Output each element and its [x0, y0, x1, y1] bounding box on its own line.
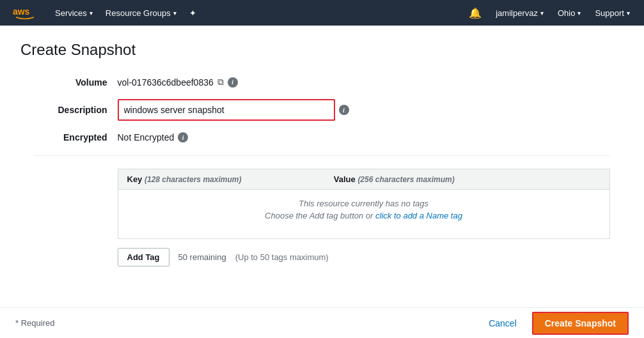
section-divider	[35, 155, 610, 156]
region-label: Ohio	[558, 8, 575, 18]
services-chevron-icon: ▾	[90, 10, 93, 17]
support-chevron-icon: ▾	[627, 10, 630, 17]
no-tags-row: This resource currently has no tags Choo…	[118, 190, 609, 239]
page-title: Create Snapshot	[20, 41, 624, 59]
resource-groups-chevron-icon: ▾	[173, 10, 177, 17]
required-label: * Required	[15, 318, 54, 328]
encrypted-info-icon[interactable]: i	[178, 132, 188, 142]
volume-id: vol-017636c6dbeef0836	[118, 77, 214, 88]
no-tags-message: This resource currently has no tags Choo…	[118, 190, 609, 239]
volume-row: Volume vol-017636c6dbeef0836 ⧉ i	[35, 77, 610, 88]
add-tag-row: Add Tag 50 remaining (Up to 50 tags maxi…	[118, 248, 610, 266]
region-chevron-icon: ▾	[577, 10, 581, 17]
nav-right-section: 🔔 jamilpervaz ▾ Ohio ▾ Support ▾	[462, 0, 636, 26]
volume-info-icon[interactable]: i	[228, 77, 238, 88]
description-label: Description	[35, 105, 118, 115]
aws-logo[interactable]: aws	[8, 1, 42, 24]
encrypted-value: Not Encrypted	[118, 132, 175, 142]
description-value-group: i	[118, 99, 349, 121]
encrypted-row: Encrypted Not Encrypted i	[35, 132, 610, 142]
volume-value-group: vol-017636c6dbeef0836 ⧉ i	[118, 77, 238, 88]
description-info-icon[interactable]: i	[339, 105, 349, 115]
user-chevron-icon: ▾	[540, 10, 544, 17]
tags-section: Key (128 characters maximum) Value (256 …	[118, 169, 610, 266]
no-tags-text: This resource currently has no tags	[127, 199, 601, 208]
region-menu[interactable]: Ohio ▾	[551, 0, 587, 26]
services-label: Services	[55, 8, 87, 18]
svg-text:aws: aws	[13, 6, 30, 17]
main-content: Create Snapshot Volume vol-017636c6dbeef…	[0, 26, 644, 338]
tags-remaining: 50 remaining	[178, 252, 226, 262]
volume-label: Volume	[35, 77, 118, 88]
add-name-tag-link[interactable]: click to add a Name tag	[375, 211, 462, 220]
footer-actions: Cancel Create Snapshot	[481, 312, 629, 335]
key-header: Key (128 characters maximum)	[118, 169, 325, 190]
description-input[interactable]	[118, 99, 335, 121]
user-menu[interactable]: jamilpervaz ▾	[489, 0, 550, 26]
add-name-tag-hint: Choose the Add tag button or click to ad…	[127, 208, 601, 229]
cancel-button[interactable]: Cancel	[481, 314, 524, 332]
resource-groups-menu[interactable]: Resource Groups ▾	[99, 0, 183, 26]
tags-max: (Up to 50 tags maximum)	[235, 252, 329, 262]
user-label: jamilpervaz	[496, 8, 538, 18]
copy-icon[interactable]: ⧉	[217, 77, 224, 88]
create-snapshot-button[interactable]: Create Snapshot	[532, 312, 629, 335]
add-tag-hint-text: Choose the Add tag button or	[265, 211, 373, 220]
resource-groups-label: Resource Groups	[106, 8, 171, 18]
encrypted-value-group: Not Encrypted i	[118, 132, 189, 142]
description-row: Description i	[35, 99, 610, 121]
support-label: Support	[595, 8, 624, 18]
value-header: Value (256 characters maximum)	[325, 169, 609, 190]
add-tag-button[interactable]: Add Tag	[118, 248, 169, 266]
top-navigation: aws Services ▾ Resource Groups ▾ ✦ 🔔 jam…	[0, 0, 644, 26]
footer: * Required Cancel Create Snapshot	[0, 307, 644, 338]
support-menu[interactable]: Support ▾	[588, 0, 636, 26]
bookmarks-icon[interactable]: ✦	[183, 0, 203, 26]
form-section: Volume vol-017636c6dbeef0836 ⧉ i Descrip…	[35, 77, 610, 266]
services-menu[interactable]: Services ▾	[49, 0, 99, 26]
notifications-icon[interactable]: 🔔	[462, 0, 488, 26]
encrypted-label: Encrypted	[35, 132, 118, 142]
tags-table: Key (128 characters maximum) Value (256 …	[118, 169, 610, 239]
